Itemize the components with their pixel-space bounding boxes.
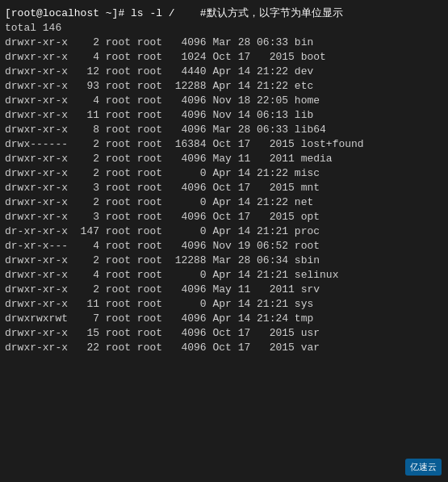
terminal-line-sys: drwxr-xr-x 11 root root 0 Apr 14 21:21 s… [5, 297, 443, 312]
terminal-line-mnt: drwxr-xr-x 3 root root 4096 Oct 17 2015 … [5, 181, 443, 195]
terminal-line-srv: drwxr-xr-x 2 root root 4096 May 11 2011 … [5, 283, 443, 297]
terminal-line-etc: drwxr-xr-x 93 root root 12288 Apr 14 21:… [5, 79, 443, 94]
terminal-line-proc: dr-xr-xr-x 147 root root 0 Apr 14 21:21 … [5, 224, 443, 239]
terminal-line-rootdir: dr-xr-x--- 4 root root 4096 Nov 19 06:52… [5, 239, 443, 254]
terminal-line-sbin: drwxr-xr-x 2 root root 12288 Mar 28 06:3… [5, 254, 443, 268]
terminal-line-media: drwxr-xr-x 2 root root 4096 May 11 2011 … [5, 152, 443, 166]
terminal-line-selinux: drwxr-xr-x 4 root root 0 Apr 14 21:21 se… [5, 268, 443, 283]
terminal-line-total: total 146 [5, 21, 443, 36]
terminal-line-dev: drwxr-xr-x 12 root root 4440 Apr 14 21:2… [5, 65, 443, 79]
terminal-line-var: drwxr-xr-x 22 root root 4096 Oct 17 2015… [5, 341, 443, 355]
terminal-line-lib: drwxr-xr-x 11 root root 4096 Nov 14 06:1… [5, 108, 443, 123]
terminal-line-lib64: drwxr-xr-x 8 root root 4096 Mar 28 06:33… [5, 123, 443, 137]
terminal-line-lostfound: drwx------ 2 root root 16384 Oct 17 2015… [5, 137, 443, 152]
terminal-line-boot: drwxr-xr-x 4 root root 1024 Oct 17 2015 … [5, 50, 443, 65]
terminal-line-misc: drwxr-xr-x 2 root root 0 Apr 14 21:22 mi… [5, 166, 443, 181]
terminal-line-tmp: drwxrwxrwt 7 root root 4096 Apr 14 21:24… [5, 312, 443, 326]
terminal-window: [root@localhost ~]# ls -l / #默认方式，以字节为单位… [0, 0, 448, 482]
watermark: 亿速云 [405, 459, 442, 476]
terminal-line-home: drwxr-xr-x 4 root root 4096 Nov 18 22:05… [5, 94, 443, 108]
terminal-line-net: drwxr-xr-x 2 root root 0 Apr 14 21:22 ne… [5, 195, 443, 210]
terminal-line-bin: drwxr-xr-x 2 root root 4096 Mar 28 06:33… [5, 36, 443, 50]
terminal-line-usr: drwxr-xr-x 15 root root 4096 Oct 17 2015… [5, 326, 443, 341]
terminal-line-cmd: [root@localhost ~]# ls -l / #默认方式，以字节为单位… [5, 6, 443, 21]
terminal-line-opt: drwxr-xr-x 3 root root 4096 Oct 17 2015 … [5, 210, 443, 224]
